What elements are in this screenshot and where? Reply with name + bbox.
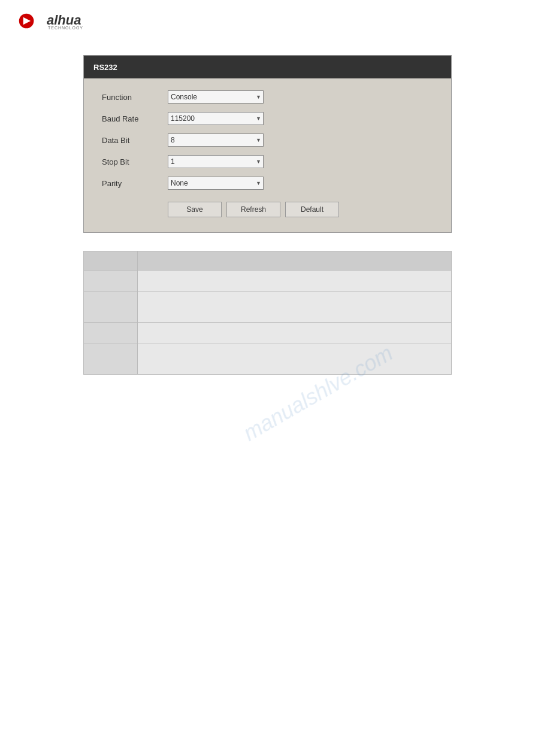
table-cell-label <box>84 292 138 323</box>
panel-title: RS232 <box>93 63 117 72</box>
table-cell-value <box>138 323 452 344</box>
stopbit-select-wrapper: 1 2 <box>168 155 264 168</box>
panel-header: RS232 <box>84 56 451 78</box>
logo-area: alhua TECHNOLOGY <box>0 0 535 37</box>
databit-select-wrapper: 5 6 7 8 <box>168 133 264 147</box>
parity-row: Parity None Odd Even Mark Space <box>102 177 433 190</box>
function-label: Function <box>102 93 168 102</box>
baudrate-row: Baud Rate 1200 2400 4800 9600 19200 3840… <box>102 112 433 125</box>
logo-container: alhua TECHNOLOGY <box>18 11 517 31</box>
table-cell-label <box>84 344 138 375</box>
dahua-logo-icon <box>18 11 44 31</box>
parity-select[interactable]: None Odd Even Mark Space <box>168 177 264 190</box>
save-button[interactable]: Save <box>168 202 222 217</box>
info-table-area <box>83 251 452 375</box>
table-row <box>84 271 452 292</box>
table-row <box>84 344 452 375</box>
function-row: Function Console PTZ Keyboard Transparen… <box>102 90 433 104</box>
rs232-panel: RS232 Function Console PTZ Keyboard Tran… <box>83 55 452 233</box>
table-cell-value <box>138 292 452 323</box>
stopbit-select[interactable]: 1 2 <box>168 155 264 168</box>
databit-select[interactable]: 5 6 7 8 <box>168 133 264 147</box>
button-row: Save Refresh Default <box>102 202 433 217</box>
function-select-wrapper: Console PTZ Keyboard Transparent COM ATM <box>168 90 264 104</box>
table-header-col2 <box>138 251 452 271</box>
databit-row: Data Bit 5 6 7 8 <box>102 133 433 147</box>
databit-label: Data Bit <box>102 136 168 145</box>
default-button[interactable]: Default <box>285 202 339 217</box>
baudrate-label: Baud Rate <box>102 114 168 123</box>
table-row <box>84 323 452 344</box>
parity-select-wrapper: None Odd Even Mark Space <box>168 177 264 190</box>
table-header-col1 <box>84 251 138 271</box>
parity-label: Parity <box>102 179 168 188</box>
baudrate-select-wrapper: 1200 2400 4800 9600 19200 38400 57600 11… <box>168 112 264 125</box>
function-select[interactable]: Console PTZ Keyboard Transparent COM ATM <box>168 90 264 104</box>
table-cell-label <box>84 323 138 344</box>
table-header-row <box>84 251 452 271</box>
table-cell-value <box>138 271 452 292</box>
table-cell-label <box>84 271 138 292</box>
stopbit-row: Stop Bit 1 2 <box>102 155 433 168</box>
stopbit-label: Stop Bit <box>102 157 168 166</box>
info-table <box>83 251 452 375</box>
table-cell-value <box>138 344 452 375</box>
panel-body: Function Console PTZ Keyboard Transparen… <box>84 78 451 232</box>
refresh-button[interactable]: Refresh <box>226 202 280 217</box>
table-row <box>84 292 452 323</box>
logo-brand: alhua TECHNOLOGY <box>47 13 83 30</box>
main-content: RS232 Function Console PTZ Keyboard Tran… <box>0 37 535 393</box>
baudrate-select[interactable]: 1200 2400 4800 9600 19200 38400 57600 11… <box>168 112 264 125</box>
